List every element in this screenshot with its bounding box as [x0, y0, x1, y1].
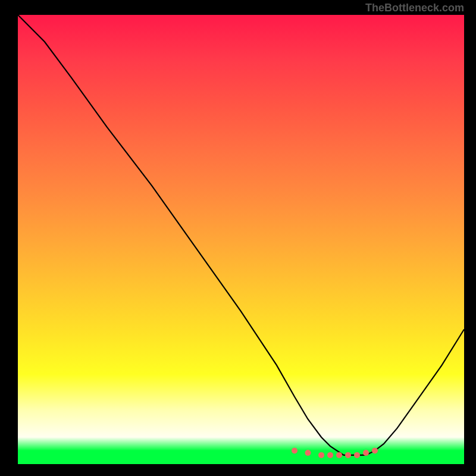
marker-point: [363, 450, 369, 456]
marker-point: [372, 447, 378, 453]
bottleneck-curve: [18, 15, 464, 455]
marker-point: [345, 452, 351, 458]
marker-point: [336, 452, 342, 458]
watermark-text: TheBottleneck.com: [365, 2, 464, 14]
curve-svg: [18, 15, 464, 464]
plot-area: [18, 15, 464, 464]
marker-point: [318, 452, 324, 458]
marker-point: [354, 452, 360, 458]
marker-point: [292, 447, 298, 453]
marker-point: [305, 450, 311, 456]
marker-point: [327, 452, 333, 458]
